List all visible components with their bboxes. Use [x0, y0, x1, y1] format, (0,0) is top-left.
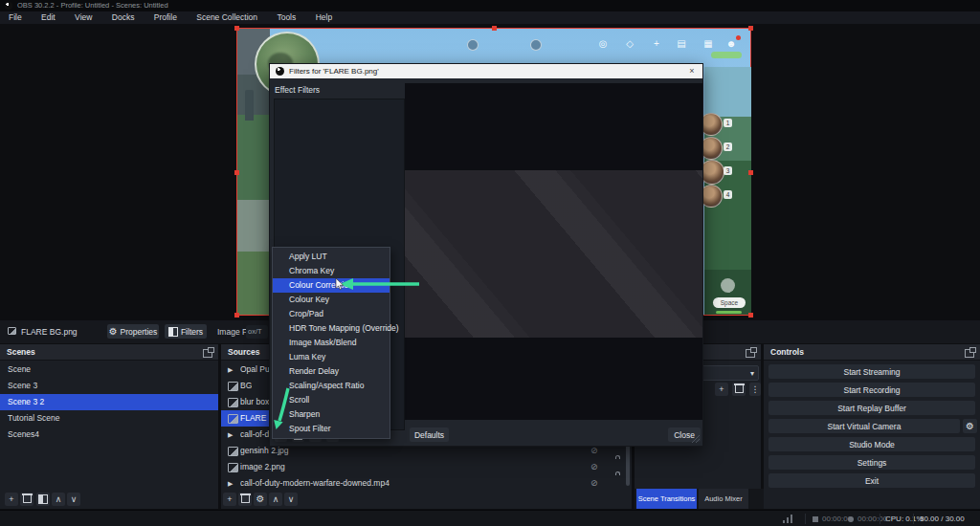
menu-item-colour-key[interactable]: Colour Key [273, 293, 390, 307]
stamina-bar [716, 311, 742, 314]
add-transition-button[interactable]: + [715, 383, 728, 396]
scene-label: Scenes4 [8, 427, 39, 443]
menu-item-chroma-key[interactable]: Chroma Key [273, 264, 390, 278]
resize-handle-top-right[interactable] [748, 26, 753, 31]
menu-item-scroll[interactable]: Scroll [273, 393, 390, 407]
start-virtual-camera-button[interactable]: Start Virtual Camera [768, 419, 960, 433]
remove-transition-button[interactable] [732, 383, 746, 396]
source-label: BG [240, 378, 252, 394]
resize-handle-top-center[interactable] [492, 26, 497, 31]
resize-handle-bottom-left[interactable] [234, 313, 239, 318]
menu-item-hdr-tone-mapping[interactable]: HDR Tone Mapping (Override) [273, 321, 390, 336]
controls-dock: Controls Start Streaming Start Recording… [764, 344, 980, 509]
menu-item-scaling-aspect-ratio[interactable]: Scaling/Aspect Ratio [273, 379, 390, 393]
source-path-fragment: ox/T [246, 325, 268, 339]
add-source-button[interactable]: + [223, 493, 236, 506]
resize-handle-mid-right[interactable] [748, 170, 753, 175]
scene-row[interactable]: Scene 3 [0, 378, 218, 394]
exit-button[interactable]: Exit [768, 473, 975, 488]
tab-audio-mixer[interactable]: Audio Mixer [699, 489, 748, 509]
scene-row[interactable]: Scenes4 [0, 427, 218, 443]
window-title: OBS 30.2.2 - Profile: Untitled - Scenes:… [17, 0, 168, 11]
move-source-down-button[interactable]: ∨ [284, 493, 298, 506]
start-recording-button[interactable]: Start Recording [768, 383, 975, 397]
remove-source-button[interactable] [238, 493, 252, 506]
menu-item-crop-pad[interactable]: Crop/Pad [273, 307, 390, 321]
menu-file[interactable]: File [0, 11, 31, 24]
popout-icon[interactable] [965, 349, 974, 358]
virtual-camera-settings-button[interactable]: ⚙ [963, 419, 977, 433]
media-icon: ▶ [228, 430, 233, 439]
add-scene-button[interactable]: + [5, 493, 18, 506]
filters-button[interactable]: Filters [165, 324, 207, 339]
scene-filters-button[interactable] [36, 493, 50, 506]
menu-item-apply-lut[interactable]: Apply LUT [273, 250, 390, 264]
move-scene-up-button[interactable]: ∧ [52, 493, 65, 506]
visibility-off-icon[interactable]: ⊘ [590, 447, 598, 455]
image-icon [228, 414, 238, 424]
space-key-hint: Space [713, 297, 746, 308]
window-titlebar: OBS 30.2.2 - Profile: Untitled - Scenes:… [0, 0, 980, 11]
menu-help[interactable]: Help [307, 11, 341, 24]
tab-scene-transitions[interactable]: Scene Transitions [636, 489, 697, 509]
gear-icon: ⚙ [256, 494, 265, 504]
menu-docks[interactable]: Docks [103, 11, 144, 24]
popout-icon[interactable] [203, 349, 212, 358]
chevron-down-icon: ▾ [750, 366, 754, 381]
image-icon [228, 447, 238, 456]
party-slot-number: 3 [724, 166, 732, 175]
menu-item-luma-key[interactable]: Luma Key [273, 350, 390, 364]
visibility-off-icon[interactable]: ⊘ [590, 463, 598, 471]
settings-button[interactable]: Settings [768, 455, 975, 470]
dialog-close-icon[interactable]: × [685, 64, 699, 78]
resize-handle-top-left[interactable] [234, 26, 239, 31]
resize-handle-bottom-right[interactable] [748, 313, 753, 318]
start-replay-buffer-button[interactable]: Start Replay Buffer [768, 401, 975, 415]
defaults-button[interactable]: Defaults [410, 427, 449, 442]
scene-label: Tutorial Scene [8, 410, 60, 427]
menu-scene-collection[interactable]: Scene Collection [188, 11, 266, 24]
menu-item-render-delay[interactable]: Render Delay [273, 364, 390, 379]
scene-row[interactable]: Scene [0, 362, 218, 378]
cpu-usage: CPU: 0.1% [885, 511, 924, 526]
transition-menu-button[interactable]: ⋮ [749, 383, 761, 396]
menu-item-image-mask-blend[interactable]: Image Mask/Blend [273, 336, 390, 350]
menu-view[interactable]: View [66, 11, 100, 24]
filters-label: Filters [181, 327, 203, 337]
source-row[interactable]: ▶call-of-duty-modern-warfare-downed.mp4 … [221, 475, 632, 492]
menu-profile[interactable]: Profile [145, 11, 186, 24]
effect-filters-label: Effect Filters [275, 85, 320, 95]
studio-mode-button[interactable]: Studio Mode [768, 437, 975, 451]
scene-row[interactable]: Tutorial Scene [0, 410, 218, 427]
scrollbar[interactable] [626, 440, 630, 486]
menu-item-sharpen[interactable]: Sharpen [273, 407, 390, 422]
trash-icon [23, 495, 32, 503]
move-scene-down-button[interactable]: ∨ [67, 493, 80, 506]
game-hud-icon [530, 39, 542, 51]
scene-row-selected[interactable]: Scene 3 2 [0, 394, 218, 410]
resize-grip[interactable] [692, 435, 700, 443]
source-row[interactable]: image 2.png ⊘ [221, 459, 632, 475]
popout-icon[interactable] [746, 349, 755, 358]
source-label: image 2.png [240, 459, 285, 475]
properties-button[interactable]: ⚙ Properties [107, 324, 159, 339]
menu-item-colour-correction[interactable]: Colour Correction [273, 278, 390, 293]
obs-logo-icon [276, 67, 284, 76]
visibility-off-icon[interactable]: ⊘ [590, 479, 598, 488]
move-source-up-button[interactable]: ∧ [269, 493, 282, 506]
menu-tools[interactable]: Tools [268, 11, 304, 24]
menu-item-spout-filter[interactable]: Spout Filter [273, 422, 390, 436]
start-streaming-button[interactable]: Start Streaming [768, 364, 975, 379]
resize-handle-mid-left[interactable] [234, 170, 239, 175]
dialog-titlebar[interactable]: Filters for 'FLARE BG.png' × [270, 64, 702, 78]
remove-scene-button[interactable] [20, 493, 33, 506]
dialog-title: Filters for 'FLARE BG.png' [289, 64, 379, 78]
trash-icon [241, 495, 250, 503]
source-properties-button[interactable]: ⚙ [254, 493, 267, 506]
inventory-icon: ▦ [702, 37, 715, 51]
properties-label: Properties [121, 327, 158, 337]
image-icon [228, 398, 238, 407]
party-slot-number: 2 [724, 142, 732, 151]
controls-header: Controls [764, 344, 980, 361]
menu-edit[interactable]: Edit [33, 11, 64, 24]
